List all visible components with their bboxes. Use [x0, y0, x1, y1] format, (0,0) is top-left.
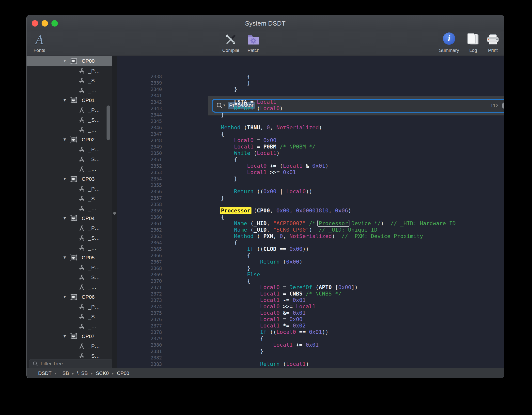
- disclosure-triangle-icon[interactable]: ▼: [62, 292, 68, 302]
- code-line[interactable]: 2339 }: [117, 80, 504, 86]
- code-line[interactable]: 2376 Local1 = 0x00: [117, 316, 504, 323]
- code-line[interactable]: 2380 Local1 += 0x01: [117, 342, 504, 348]
- breadcrumb-item-sb[interactable]: _SB: [60, 371, 69, 376]
- code-line[interactable]: 2383 Return (Local1): [117, 361, 504, 367]
- tree-item-cp07-child-0[interactable]: _P…: [27, 341, 112, 351]
- code-line[interactable]: 2356 Return ((0x00 | Local0)): [117, 188, 504, 195]
- pane-divider[interactable]: [112, 56, 118, 368]
- code-line[interactable]: 2372 Local1 = CNBS /* \CNBS */: [117, 291, 504, 297]
- code-line[interactable]: 2361 Name (_HID, "ACPI0007" /* Processor…: [117, 220, 504, 227]
- code-line[interactable]: 2370 {: [117, 278, 504, 284]
- tree-item-cp05-child-1[interactable]: _S…: [27, 272, 112, 282]
- print-button[interactable]: Print: [474, 32, 504, 55]
- code-line[interactable]: 2342 LSTA = Local1: [117, 99, 504, 105]
- tree-item-cp00[interactable]: ▼CP00: [27, 56, 112, 66]
- code-line[interactable]: 2360 {: [117, 214, 504, 220]
- code-line[interactable]: 2341: [117, 92, 504, 99]
- code-line[interactable]: 2369 Else: [117, 271, 504, 278]
- tree-item-cp02-child-0[interactable]: _P…: [27, 145, 112, 154]
- tree-item-cp00-child-0[interactable]: _P…: [27, 66, 112, 76]
- tree-item-cp01-child-2[interactable]: _…: [27, 125, 112, 135]
- disclosure-triangle-icon[interactable]: ▼: [62, 331, 68, 341]
- tree-item-cp02-child-1[interactable]: _S…: [27, 154, 112, 164]
- code-line[interactable]: 2349 Local1 = P0BM /* \P0BM */: [117, 144, 504, 150]
- tree-item-cp03-child-1[interactable]: _S…: [27, 194, 112, 204]
- breadcrumb-item-cp00[interactable]: CP00: [117, 371, 129, 376]
- code-line[interactable]: 2366 {: [117, 252, 504, 259]
- code-line[interactable]: 2338 {: [117, 75, 504, 80]
- disclosure-triangle-icon[interactable]: ▼: [62, 135, 68, 145]
- patch-button[interactable]: Patch: [235, 32, 272, 55]
- code-line[interactable]: 2340 }: [117, 86, 504, 92]
- sidebar-tree[interactable]: ▼CP00_P…_S…_…▼CP01_P…_S…_…▼CP02_P…_S…_…▼…: [27, 56, 112, 358]
- tree-item-cp00-child-1[interactable]: _S…: [27, 76, 112, 86]
- code-line[interactable]: 2348 Local0 = 0x00: [117, 137, 504, 144]
- code-line[interactable]: 2363 Method (_PXM, 0, NotSerialized) // …: [117, 233, 504, 239]
- tree-item-cp05[interactable]: ▼CP05: [27, 253, 112, 263]
- code-line[interactable]: 2345: [117, 118, 504, 124]
- breadcrumb-item-dsdt[interactable]: DSDT: [38, 371, 51, 376]
- code-line[interactable]: 2353 Local1 >>= 0x01: [117, 169, 504, 176]
- code-line[interactable]: 2365 If ((CLOD == 0x00)): [117, 246, 504, 252]
- tree-item-cp03[interactable]: ▼CP03: [27, 174, 112, 184]
- code-line[interactable]: 2351 {: [117, 156, 504, 163]
- tree-item-cp01-child-0[interactable]: _P…: [27, 105, 112, 115]
- disclosure-triangle-icon[interactable]: ▼: [62, 253, 68, 263]
- code-line[interactable]: 2352 Local0 += (Local1 & 0x01): [117, 163, 504, 169]
- code-line[interactable]: 2355: [117, 182, 504, 188]
- code-line[interactable]: 2344 }: [117, 112, 504, 118]
- tree-item-cp04-child-1[interactable]: _S…: [27, 233, 112, 243]
- code-line[interactable]: 2373 Local1 -= 0x01: [117, 297, 504, 303]
- code-line[interactable]: 2367 Return (0x00): [117, 259, 504, 265]
- tree-item-cp06-child-2[interactable]: _…: [27, 322, 112, 331]
- code-line[interactable]: 2375 Local0 &= 0x01: [117, 310, 504, 316]
- code-line[interactable]: 2382: [117, 355, 504, 361]
- tree-item-cp06[interactable]: ▼CP06: [27, 292, 112, 302]
- tree-item-cp03-child-0[interactable]: _P…: [27, 184, 112, 194]
- tree-item-cp05-child-0[interactable]: _P…: [27, 263, 112, 272]
- tree-item-cp03-child-2[interactable]: _…: [27, 204, 112, 213]
- code-editor[interactable]: 2338 {2339 }2340 }23412342 LSTA = Local1…: [117, 75, 504, 368]
- code-line[interactable]: 2381 }: [117, 348, 504, 355]
- tree-item-cp02[interactable]: ▼CP02: [27, 135, 112, 145]
- tree-item-cp07[interactable]: ▼CP07: [27, 331, 112, 341]
- tree-item-cp06-child-1[interactable]: _S…: [27, 312, 112, 322]
- tree-item-cp05-child-2[interactable]: _…: [27, 282, 112, 292]
- code-line[interactable]: 2377 Local1 *= 0x02: [117, 323, 504, 329]
- code-line[interactable]: 2358: [117, 201, 504, 208]
- code-line[interactable]: 2374 Local0 >>= Local1: [117, 303, 504, 310]
- code-line[interactable]: 2350 While (Local1): [117, 150, 504, 156]
- divider-handle-icon[interactable]: [113, 212, 116, 215]
- disclosure-triangle-icon[interactable]: ▼: [62, 95, 68, 105]
- code-line[interactable]: 2378 If ((Local0 == 0x01)): [117, 329, 504, 335]
- tree-item-cp04[interactable]: ▼CP04: [27, 213, 112, 223]
- tree-item-cp01[interactable]: ▼CP01: [27, 95, 112, 105]
- tree-item-cp02-child-2[interactable]: _…: [27, 164, 112, 174]
- sidebar-scrollbar-thumb[interactable]: [107, 105, 110, 140]
- disclosure-triangle-icon[interactable]: ▼: [62, 213, 68, 223]
- code-line[interactable]: 2347 {: [117, 131, 504, 137]
- code-line[interactable]: 2343 Return (Local0): [117, 105, 504, 112]
- code-line[interactable]: 2371 Local0 = DerefOf (APT0 [0x00]): [117, 284, 504, 291]
- disclosure-triangle-icon[interactable]: ▼: [62, 174, 68, 184]
- code-line[interactable]: 2357 }: [117, 195, 504, 201]
- filter-tree-input[interactable]: Filter Tree: [29, 359, 112, 368]
- code-line[interactable]: 2364 {: [117, 239, 504, 246]
- code-line[interactable]: 2362 Name (_UID, "SCK0-CP00") // _UID: U…: [117, 227, 504, 233]
- disclosure-triangle-icon[interactable]: ▼: [62, 56, 68, 66]
- code-line[interactable]: 2354 }: [117, 176, 504, 182]
- tree-item-cp07-child-1[interactable]: _S…: [27, 351, 112, 358]
- tree-item-cp04-child-2[interactable]: _…: [27, 243, 112, 253]
- code-line[interactable]: 2346 Method (THNU, 0, NotSerialized): [117, 124, 504, 131]
- breadcrumb-item-sck0[interactable]: SCK0: [96, 371, 109, 376]
- tree-item-cp04-child-0[interactable]: _P…: [27, 223, 112, 233]
- fonts-button[interactable]: A Fonts: [27, 32, 58, 55]
- tree-item-cp00-child-2[interactable]: _…: [27, 86, 112, 95]
- code-text: Return ((0x00 | Local0)): [167, 188, 312, 195]
- breadcrumb-item-sb[interactable]: \_SB: [77, 371, 88, 376]
- tree-item-cp06-child-0[interactable]: _P…: [27, 302, 112, 312]
- code-line[interactable]: 2368 }: [117, 265, 504, 271]
- code-line[interactable]: 2359 Processor (CP00, 0x00, 0x00001810, …: [117, 208, 504, 214]
- tree-item-cp01-child-1[interactable]: _S…: [27, 115, 112, 125]
- code-line[interactable]: 2379 {: [117, 335, 504, 342]
